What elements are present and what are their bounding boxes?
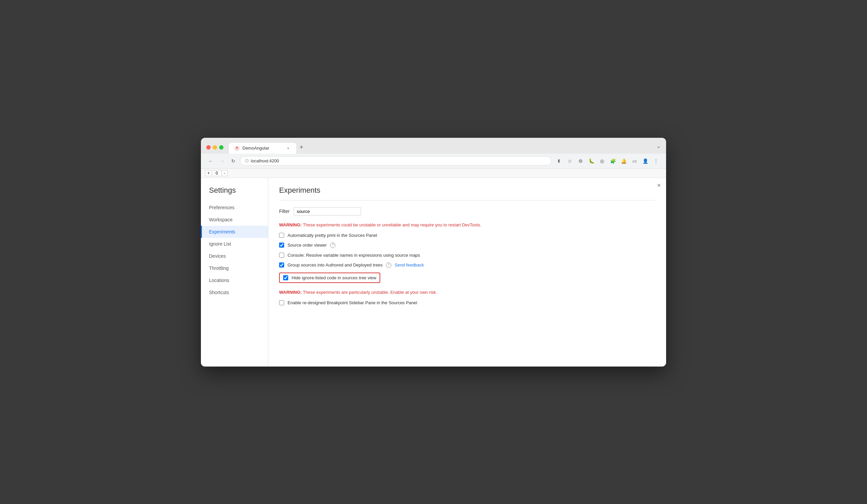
bookmark-button[interactable]: ☆ [565, 156, 575, 166]
sidebar-item-devices[interactable]: Devices [201, 250, 268, 262]
experiment-source-order-viewer: Source order viewer ? [279, 243, 655, 248]
extension1-button[interactable]: ⚙ [576, 156, 585, 166]
hide-ignore-listed-checkbox[interactable] [283, 275, 288, 280]
source-order-viewer-label: Source order viewer [288, 243, 327, 248]
group-sources-checkbox[interactable] [279, 262, 284, 267]
filter-input[interactable] [293, 207, 361, 216]
sidebar-item-workspace[interactable]: Workspace [201, 213, 268, 226]
minimize-traffic-light[interactable] [213, 145, 217, 150]
extension4-button[interactable]: 🧩 [608, 156, 618, 166]
auto-pretty-print-label: Automatically pretty print in the Source… [288, 233, 377, 238]
nav-bar: ← → ↻ ⓘ localhost:4200 ⬆ ☆ ⚙ 🐛 ◎ 🧩 🔔 ▭ 👤… [201, 154, 666, 169]
share-button[interactable]: ⬆ [554, 156, 564, 166]
sidebar-item-preferences[interactable]: Preferences [201, 201, 268, 213]
filter-label: Filter [279, 209, 290, 214]
auto-pretty-print-checkbox[interactable] [279, 233, 284, 238]
warning-1-label: WARNING: [279, 222, 302, 227]
experiment-hide-ignore-listed: Hide ignore-listed code in sources tree … [279, 273, 655, 283]
redesigned-breakpoint-label: Enable re-designed Breakpoint Sidebar Pa… [288, 300, 417, 305]
browser-window: DemoAngular × + ⌄ ← → ↻ ⓘ localhost:4200… [201, 138, 666, 366]
angular-icon [234, 145, 240, 151]
sidebar-item-ignore-list[interactable]: Ignore List [201, 238, 268, 250]
extension2-button[interactable]: 🐛 [587, 156, 596, 166]
main-content: + 0 - × Settings Preferences Workspace E… [201, 169, 666, 366]
warning-2-label: WARNING: [279, 290, 302, 295]
tab-title: DemoAngular [242, 145, 269, 151]
counter-value: 0 [213, 170, 221, 176]
group-sources-label: Group sources into Authored and Deployed… [288, 262, 383, 267]
tab-bar: DemoAngular × + [229, 141, 654, 154]
devtools-counter: + 0 - [201, 169, 666, 178]
new-tab-button[interactable]: + [297, 141, 306, 154]
settings-title: Settings [201, 186, 268, 201]
tab-close-button[interactable]: × [286, 145, 291, 151]
url-text: localhost:4200 [251, 158, 279, 163]
hide-ignore-listed-label: Hide ignore-listed code in sources tree … [292, 275, 376, 280]
warning-2-text: These experiments are particularly unsta… [302, 290, 437, 295]
redesigned-breakpoint-checkbox[interactable] [279, 300, 284, 305]
extension5-button[interactable]: 🔔 [619, 156, 628, 166]
nav-actions: ⬆ ☆ ⚙ 🐛 ◎ 🧩 🔔 ▭ 👤 ⋮ [554, 156, 661, 166]
forward-button[interactable]: → [218, 157, 226, 165]
section-title: Experiments [279, 186, 655, 200]
info-icon: ⓘ [245, 158, 249, 163]
warning-2: WARNING: These experiments are particula… [279, 290, 655, 295]
sidebar-item-shortcuts[interactable]: Shortcuts [201, 286, 268, 298]
settings-panel: × Settings Preferences Workspace Experim… [201, 178, 666, 366]
filter-row: Filter [279, 207, 655, 216]
send-feedback-link[interactable]: Send feedback [395, 262, 424, 267]
maximize-traffic-light[interactable] [219, 145, 224, 150]
settings-sidebar: Settings Preferences Workspace Experimen… [201, 178, 268, 366]
experiment-auto-pretty-print: Automatically pretty print in the Source… [279, 233, 655, 238]
highlighted-item-container: Hide ignore-listed code in sources tree … [279, 273, 380, 283]
warning-1: WARNING: These experiments could be unst… [279, 222, 655, 227]
warning-1-text: These experiments could be unstable or u… [302, 222, 481, 227]
resolve-variable-names-label: Console: Resolve variable names in expre… [288, 253, 420, 258]
close-traffic-light[interactable] [206, 145, 211, 150]
traffic-lights [206, 145, 224, 150]
back-button[interactable]: ← [206, 157, 215, 165]
counter-minus-button[interactable]: - [222, 170, 227, 176]
profile-button[interactable]: 👤 [641, 156, 650, 166]
settings-content: Experiments Filter WARNING: These experi… [268, 178, 666, 366]
sidebar-item-locations[interactable]: Locations [201, 274, 268, 286]
extension3-button[interactable]: ◎ [597, 156, 607, 166]
counter-add-button[interactable]: + [205, 170, 212, 176]
address-bar[interactable]: ⓘ localhost:4200 [240, 156, 552, 165]
sidebar-item-throttling[interactable]: Throttling [201, 262, 268, 274]
menu-button[interactable]: ⋮ [651, 156, 661, 166]
source-order-viewer-checkbox[interactable] [279, 243, 284, 248]
experiment-redesigned-breakpoint: Enable re-designed Breakpoint Sidebar Pa… [279, 300, 655, 305]
experiment-resolve-variable-names: Console: Resolve variable names in expre… [279, 253, 655, 258]
browser-tab[interactable]: DemoAngular × [229, 143, 296, 154]
window-chevron[interactable]: ⌄ [656, 143, 661, 152]
refresh-button[interactable]: ↻ [229, 157, 237, 165]
experiment-group-sources: Group sources into Authored and Deployed… [279, 262, 655, 268]
sidebar-item-experiments[interactable]: Experiments [201, 226, 268, 238]
sidebar-button[interactable]: ▭ [630, 156, 639, 166]
settings-close-button[interactable]: × [657, 182, 661, 189]
group-sources-help-icon[interactable]: ? [386, 262, 392, 268]
resolve-variable-names-checkbox[interactable] [279, 253, 284, 258]
title-bar: DemoAngular × + ⌄ [201, 138, 666, 154]
source-order-viewer-help-icon[interactable]: ? [330, 243, 335, 248]
